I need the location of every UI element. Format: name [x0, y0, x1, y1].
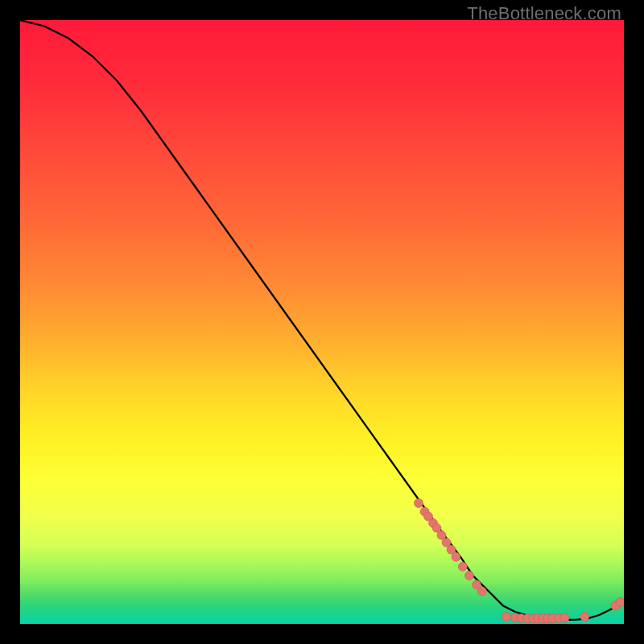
data-point [458, 562, 467, 571]
data-points-upper [415, 499, 487, 597]
chart-svg [20, 20, 624, 624]
data-point [452, 552, 460, 561]
data-point [580, 613, 589, 621]
data-point [477, 587, 486, 596]
chart-area [20, 20, 624, 624]
data-point [560, 613, 569, 622]
data-points-lower [502, 598, 624, 623]
data-point [415, 499, 423, 508]
data-point [502, 613, 510, 621]
watermark-text: TheBottleneck.com [467, 3, 621, 24]
bottleneck-curve [20, 20, 624, 620]
data-point [465, 572, 474, 580]
data-point [616, 598, 624, 607]
